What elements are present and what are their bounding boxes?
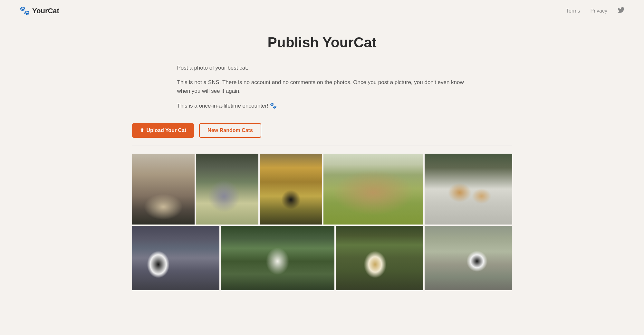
upload-button-label: Upload Your Cat: [147, 128, 187, 133]
photo-cat-tabby-grass[interactable]: [323, 154, 423, 225]
random-button-label: New Random Cats: [207, 128, 253, 133]
desc-line-3: This is a once-in-a-lifetime encounter! …: [177, 101, 467, 110]
logo-text: YourCat: [32, 7, 59, 15]
photo-white-green[interactable]: [221, 226, 334, 290]
paw-logo-icon: 🐾: [19, 6, 30, 16]
terms-link[interactable]: Terms: [566, 8, 580, 14]
photo-striped-pole[interactable]: [336, 226, 423, 290]
action-buttons: ⬆ Upload Your Cat New Random Cats: [132, 123, 512, 146]
privacy-link[interactable]: Privacy: [591, 8, 607, 14]
photo-cat-chair[interactable]: [132, 154, 195, 225]
upload-icon: ⬆: [140, 127, 144, 133]
logo[interactable]: 🐾 YourCat: [19, 6, 59, 16]
photo-cat-black-leaves[interactable]: [260, 154, 322, 225]
desc-line-1: Post a photo of your best cat.: [177, 63, 467, 72]
page-title: Publish YourCat: [132, 34, 512, 51]
twitter-icon: [618, 6, 625, 14]
photo-grid-row-2: [132, 226, 512, 290]
main-nav: Terms Privacy: [566, 6, 625, 15]
upload-cat-button[interactable]: ⬆ Upload Your Cat: [132, 123, 194, 138]
main-content: Publish YourCat Post a photo of your bes…: [113, 22, 532, 290]
twitter-link[interactable]: [618, 6, 625, 15]
photo-tuxedo-roof[interactable]: [132, 226, 220, 290]
hero-description: Post a photo of your best cat. This is n…: [177, 63, 467, 110]
photo-stone-wall[interactable]: [425, 226, 512, 290]
photo-two-cats[interactable]: [425, 154, 512, 225]
desc-line-2: This is not a SNS. There is no account a…: [177, 78, 467, 95]
new-random-cats-button[interactable]: New Random Cats: [199, 123, 261, 138]
photo-grid-row-1: [132, 154, 512, 225]
site-header: 🐾 YourCat Terms Privacy: [0, 0, 644, 22]
photo-cat-garden[interactable]: [196, 154, 258, 225]
